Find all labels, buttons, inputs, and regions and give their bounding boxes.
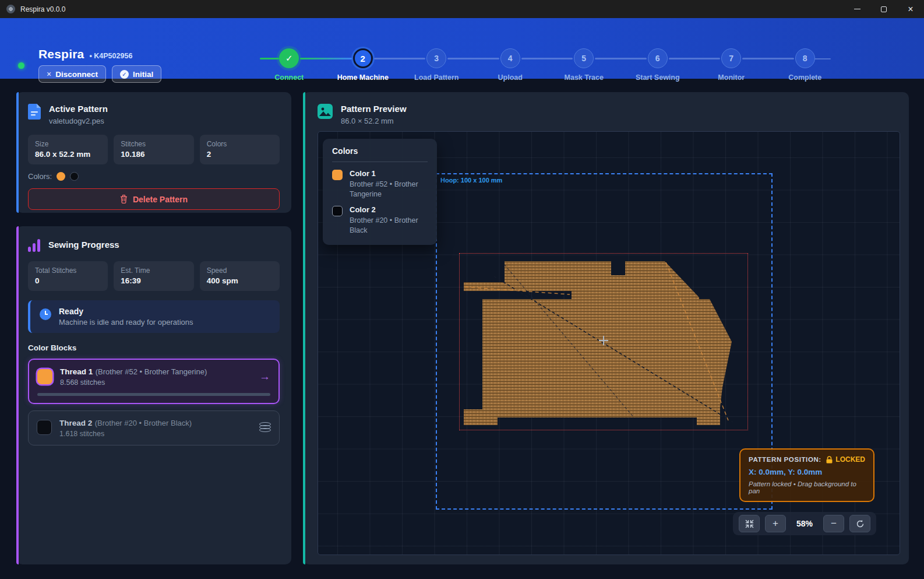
- stat-value: 16:39: [121, 276, 186, 285]
- thread-block-1[interactable]: Thread 1 (Brother #52 • Brother Tangerin…: [28, 359, 280, 404]
- stat-value: 400 spm: [207, 276, 273, 285]
- legend-color-desc: Brother #20 • Brother Black: [350, 216, 428, 236]
- thread-progress-bar: [37, 393, 270, 396]
- thread-block-2[interactable]: Thread 2 (Brother #20 • Brother Black) 1…: [28, 410, 280, 445]
- preview-canvas[interactable]: Hoop: 100 x 100 mm: [318, 131, 900, 555]
- hoop-label: Hoop: 100 x 100 mm: [440, 177, 502, 184]
- close-button[interactable]: ×: [897, 0, 924, 18]
- disconnect-button[interactable]: × Disconnect: [38, 65, 106, 83]
- colors-legend: Colors Color 1 Brother #52 • Brother Tan…: [323, 139, 437, 245]
- stat-value: 2: [207, 150, 273, 159]
- step-load-pattern[interactable]: 3 Load Pattern: [400, 48, 474, 82]
- minus-icon: −: [831, 518, 837, 529]
- card-title: Active Pattern: [49, 104, 108, 114]
- file-icon: [28, 104, 41, 120]
- zoom-out-button[interactable]: −: [823, 515, 844, 532]
- status-description: Machine is idle and ready for operations: [59, 318, 193, 327]
- stepper-connector: [669, 58, 721, 59]
- color-swatch-2: [70, 172, 79, 181]
- step-connect[interactable]: ✓ Connect: [252, 48, 326, 82]
- step-label: Monitor: [718, 73, 745, 82]
- stepper-connector: [521, 58, 573, 59]
- stat-est-time: Est. Time 16:39: [114, 261, 193, 291]
- position-coordinates: X: 0.0mm, Y: 0.0mm: [749, 468, 865, 476]
- legend-color-name: Color 1: [350, 169, 428, 178]
- step-number: 3: [426, 48, 446, 68]
- stat-label: Est. Time: [121, 266, 186, 275]
- delete-pattern-button[interactable]: Delete Pattern: [28, 188, 280, 210]
- step-number: 2: [353, 48, 373, 68]
- reset-view-button[interactable]: [849, 515, 870, 532]
- app-icon: [6, 5, 15, 13]
- trash-icon: [120, 195, 128, 203]
- brand-title: Respira: [38, 47, 84, 61]
- legend-title: Colors: [332, 146, 428, 156]
- refresh-icon: [856, 520, 865, 528]
- stat-stitches: Stitches 10.186: [114, 135, 193, 164]
- card-title: Sewing Progress: [48, 240, 119, 250]
- fit-to-screen-button[interactable]: [739, 515, 760, 532]
- step-label: Start Sewing: [636, 73, 680, 82]
- locked-badge: LOCKED: [835, 455, 865, 464]
- step-label: Home Machine: [337, 73, 389, 82]
- minimize-icon: [854, 9, 860, 9]
- step-check-icon: ✓: [279, 48, 299, 68]
- pattern-position-overlay: PATTERN POSITION: LOCKED X: 0.0mm, Y: 0.…: [739, 448, 874, 502]
- thread-swatch: [37, 369, 52, 384]
- zoom-toolbar: + 58% −: [733, 512, 876, 535]
- app-title: Respira v0.0.0: [20, 5, 65, 13]
- position-hint: Pattern locked • Drag background to pan: [749, 480, 865, 494]
- zoom-level: 58%: [791, 519, 818, 528]
- step-mask-trace[interactable]: 5 Mask Trace: [547, 48, 621, 82]
- initial-button[interactable]: ✓ Initial: [112, 65, 161, 83]
- stepper-connector: [374, 58, 426, 59]
- connection-status-dot: [18, 62, 24, 69]
- stat-label: Colors: [207, 140, 273, 148]
- stat-label: Stitches: [121, 140, 186, 148]
- step-complete[interactable]: 8 Complete: [768, 48, 842, 82]
- step-number: 6: [648, 48, 668, 68]
- thread-detail: (Brother #52 • Brother Tangerine): [96, 367, 207, 376]
- step-start-sewing[interactable]: 6 Start Sewing: [621, 48, 695, 82]
- minimize-button[interactable]: [844, 0, 870, 18]
- image-icon: [318, 104, 333, 119]
- step-upload[interactable]: 4 Upload: [474, 48, 548, 82]
- center-crosshair-icon: [599, 336, 608, 345]
- legend-entry-color2: Color 2 Brother #20 • Brother Black: [332, 205, 428, 236]
- stat-label: Size: [35, 140, 101, 148]
- layers-icon: [259, 422, 271, 433]
- initial-label: Initial: [133, 70, 153, 79]
- stat-speed: Speed 400 spm: [200, 261, 280, 291]
- arrow-right-icon: →: [259, 370, 270, 383]
- card-accent: [16, 92, 19, 213]
- step-number: 5: [574, 48, 594, 68]
- legend-divider: [332, 162, 428, 162]
- sewing-progress-card: Sewing Progress Total Stitches 0 Est. Ti…: [16, 226, 291, 564]
- workflow-stepper: ✓ Connect 2 Home Machine 3 Load Pattern …: [252, 48, 911, 82]
- step-home-machine[interactable]: 2 Home Machine: [326, 48, 400, 82]
- status-title: Ready: [59, 307, 193, 316]
- pattern-filename: valetudogv2.pes: [49, 117, 108, 125]
- color-swatch-1: [57, 172, 65, 181]
- stepper-connector: [300, 58, 352, 59]
- legend-entry-color1: Color 1 Brother #52 • Brother Tangerine: [332, 169, 428, 199]
- stat-label: Total Stitches: [35, 266, 101, 275]
- zoom-in-button[interactable]: +: [765, 515, 786, 532]
- step-monitor[interactable]: 7 Monitor: [694, 48, 768, 82]
- clock-icon: [40, 308, 51, 320]
- stepper-connector: [742, 58, 794, 59]
- thread-name: Thread 1: [60, 367, 93, 376]
- stat-total-stitches: Total Stitches 0: [28, 261, 108, 291]
- app-header: Respira • K4P502956 × Disconnect ✓ Initi…: [0, 18, 924, 79]
- stat-value: 86.0 x 52.2 mm: [35, 150, 101, 159]
- legend-color-name: Color 2: [350, 205, 428, 214]
- step-number: 7: [721, 48, 741, 68]
- machine-serial: • K4P502956: [89, 52, 132, 60]
- maximize-button[interactable]: [870, 0, 897, 18]
- step-label: Upload: [498, 73, 523, 82]
- check-circle-icon: ✓: [120, 70, 129, 79]
- card-title: Pattern Preview: [341, 104, 407, 114]
- thread-swatch: [37, 420, 52, 435]
- step-label: Load Pattern: [414, 73, 459, 82]
- legend-swatch: [332, 206, 343, 216]
